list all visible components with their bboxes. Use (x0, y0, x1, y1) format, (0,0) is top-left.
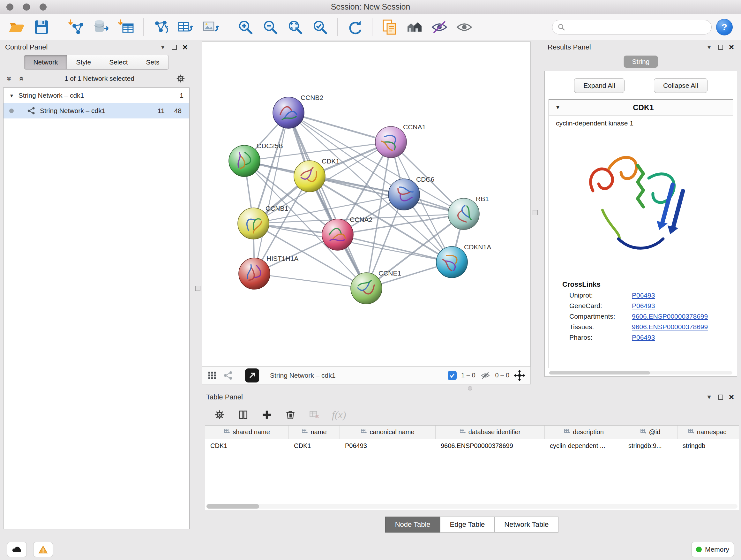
delete-column-icon[interactable] (285, 409, 296, 421)
collapse-all-button[interactable]: Collapse All (654, 78, 708, 93)
refresh-view-button[interactable] (345, 17, 365, 37)
edge-CCNB2-HIST1H1A[interactable] (254, 113, 288, 273)
zoom-out-button[interactable] (260, 17, 280, 37)
new-network-from-selection-button[interactable] (151, 17, 171, 37)
column-header-namespac[interactable]: namespac (677, 426, 737, 439)
edge-CCNB2-CCNE1[interactable] (288, 113, 366, 288)
node-HIST1H1A[interactable]: HIST1H1A (239, 255, 298, 289)
node-RB1[interactable]: RB1 (448, 195, 489, 230)
tab-edge-table[interactable]: Edge Table (440, 516, 495, 533)
column-header--id[interactable]: @id (623, 426, 677, 439)
panel-close-icon[interactable]: × (729, 393, 734, 401)
collapse-tree-icon[interactable]: » (16, 76, 26, 81)
crosslink-link[interactable]: P06493 (632, 302, 655, 310)
disclosure-triangle-icon[interactable]: ▼ (9, 93, 14, 98)
column-header-database-identifier[interactable]: database identifier (435, 426, 545, 439)
table-settings-gear-icon[interactable] (214, 409, 225, 421)
expand-all-button[interactable]: Expand All (574, 78, 624, 93)
table-horizontal-scrollbar[interactable] (206, 504, 738, 509)
network-view-icon[interactable] (223, 371, 233, 380)
import-network-from-database-button[interactable] (91, 17, 111, 37)
search-input[interactable] (568, 23, 706, 31)
column-sort-icon (301, 428, 308, 436)
gear-icon[interactable] (176, 73, 186, 84)
warnings-button[interactable] (33, 542, 53, 557)
help-button[interactable]: ? (716, 19, 733, 36)
node-CDKN1A[interactable]: CDKN1A (436, 243, 491, 278)
vertical-splitter-grip[interactable] (533, 210, 538, 215)
network-row[interactable]: String Network – cdk1 11 48 (3, 103, 189, 118)
import-table-from-file-button[interactable] (116, 17, 136, 37)
panel-collapse-icon[interactable]: ▼ (706, 44, 712, 51)
panel-close-icon[interactable]: × (729, 43, 734, 52)
table-row[interactable]: CDK1CDK1P064939606.ENSP00000378699cyclin… (205, 439, 739, 453)
network-canvas[interactable]: CCNB2CCNA1CDC25BCDK1CDC6RB1CCNB1CCNA2CDK… (202, 42, 531, 367)
node-CCNE1[interactable]: CCNE1 (351, 269, 401, 304)
network-collection-row[interactable]: ▼ String Network – cdk1 1 (3, 88, 189, 103)
network-graph[interactable]: CCNB2CCNA1CDC25BCDK1CDC6RB1CCNB1CCNA2CDK… (202, 42, 530, 366)
panel-float-icon[interactable] (718, 45, 723, 50)
import-table-icon (117, 18, 135, 36)
import-network-icon (67, 18, 85, 36)
cloud-status-button[interactable] (7, 542, 27, 557)
selected-checkbox-icon[interactable] (448, 371, 457, 380)
export-image-button[interactable] (200, 17, 221, 37)
tab-select[interactable]: Select (100, 55, 137, 70)
node-CCNA1[interactable]: CCNA1 (375, 123, 426, 158)
show-columns-icon[interactable] (238, 409, 249, 421)
minimize-window-button[interactable] (23, 3, 30, 10)
pan-crosshair-icon[interactable] (514, 370, 525, 381)
edge-HIST1H1A-CCNE1[interactable] (254, 273, 366, 288)
node-CDC25B[interactable]: CDC25B (229, 142, 283, 177)
export-table-icon (177, 18, 195, 36)
copy-document-button[interactable] (380, 17, 400, 37)
vertical-splitter-grip[interactable] (195, 286, 200, 291)
save-session-button[interactable] (31, 17, 52, 37)
results-tab-string[interactable]: String (624, 56, 658, 68)
horizontal-splitter-grip[interactable] (468, 386, 472, 390)
open-in-new-window-button[interactable] (245, 368, 259, 382)
tab-node-table[interactable]: Node Table (385, 516, 441, 533)
first-neighbors-button[interactable] (404, 17, 425, 37)
expand-tree-icon[interactable]: » (4, 76, 14, 81)
tab-sets[interactable]: Sets (137, 55, 169, 70)
search-box[interactable] (552, 20, 712, 35)
panel-float-icon[interactable] (172, 45, 177, 50)
hide-selected-button[interactable] (429, 17, 450, 37)
zoom-selected-button[interactable] (310, 17, 330, 37)
memory-button[interactable]: Memory (691, 542, 734, 557)
import-network-from-file-button[interactable] (66, 17, 86, 37)
export-table-button[interactable] (176, 17, 196, 37)
tab-network[interactable]: Network (24, 55, 67, 70)
column-header-description[interactable]: description (545, 426, 623, 439)
column-header-name[interactable]: name (289, 426, 340, 439)
column-header-shared-name[interactable]: shared name (205, 426, 289, 439)
tab-style[interactable]: Style (67, 55, 100, 70)
panel-close-icon[interactable]: × (183, 43, 188, 52)
gene-card-header[interactable]: ▼ CDK1 (549, 100, 733, 116)
node-CDK1[interactable]: CDK1 (294, 158, 340, 192)
crosslink-link[interactable]: P06493 (632, 292, 655, 299)
crosslink-link[interactable]: 9606.ENSP00000378699 (632, 323, 708, 331)
table-toolbar: f(x) (205, 404, 739, 425)
tab-network-table[interactable]: Network Table (494, 516, 558, 533)
panel-float-icon[interactable] (718, 395, 723, 400)
node-CCNB2[interactable]: CCNB2 (273, 94, 323, 128)
column-header-canonical-name[interactable]: canonical name (340, 426, 435, 439)
close-window-button[interactable] (6, 3, 13, 10)
open-session-button[interactable] (6, 17, 27, 37)
zoom-window-button[interactable] (40, 3, 47, 10)
add-column-icon[interactable] (261, 409, 273, 421)
scrollbar-thumb[interactable] (206, 504, 259, 509)
scrollbar-thumb[interactable] (549, 371, 650, 374)
grid-view-icon[interactable] (207, 371, 217, 380)
panel-collapse-icon[interactable]: ▼ (706, 394, 712, 401)
crosslink-link[interactable]: P06493 (632, 334, 655, 341)
show-all-button[interactable] (454, 17, 475, 37)
zoom-fit-button[interactable] (285, 17, 306, 37)
disclosure-triangle-icon[interactable]: ▼ (555, 105, 560, 111)
zoom-in-button[interactable] (235, 17, 256, 37)
panel-collapse-icon[interactable]: ▼ (160, 44, 166, 51)
crosslink-link[interactable]: 9606.ENSP00000378699 (632, 313, 708, 320)
results-horizontal-scrollbar[interactable] (549, 371, 732, 374)
